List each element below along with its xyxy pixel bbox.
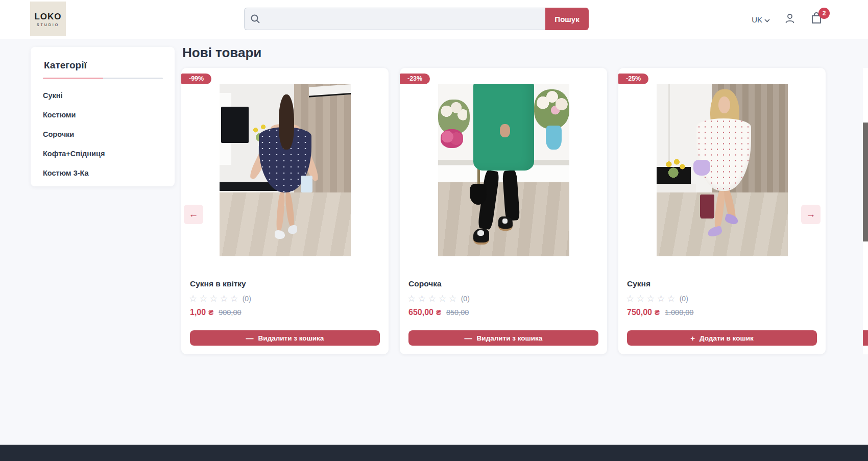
- header-actions: UK 2: [752, 0, 823, 39]
- product-image[interactable]: [220, 84, 351, 256]
- product-rating: ☆ ☆ ☆ ☆ ☆ (0): [407, 293, 470, 304]
- header: LOKO STUDIO Пошук UK: [0, 0, 868, 39]
- account-button[interactable]: [783, 13, 797, 26]
- language-label: UK: [752, 15, 762, 24]
- currency-symbol: ₴: [655, 308, 660, 317]
- next-card-button-fragment: [863, 330, 868, 346]
- sidebar-title: Категорії: [44, 60, 175, 71]
- star-icon: ☆: [667, 293, 676, 304]
- sidebar-item-sorochky[interactable]: Сорочки: [43, 130, 175, 138]
- product-title[interactable]: Сукня: [627, 279, 650, 288]
- price-row: 750,00 ₴ 1.000,00: [627, 308, 693, 317]
- sidebar-item-sukni[interactable]: Сукні: [43, 91, 175, 100]
- remove-from-cart-button[interactable]: — Видалити з кошика: [190, 330, 380, 346]
- product-rating: ☆ ☆ ☆ ☆ ☆ (0): [626, 293, 688, 304]
- plus-icon: +: [690, 334, 695, 343]
- star-icon: ☆: [418, 293, 426, 304]
- categories-sidebar: Категорії Сукні Костюми Сорочки Кофта+Сп…: [31, 47, 175, 186]
- product-image[interactable]: [657, 84, 788, 256]
- old-price: 850,00: [446, 308, 469, 317]
- add-to-cart-button[interactable]: + Додати в кошик: [627, 330, 817, 346]
- product-rating: ☆ ☆ ☆ ☆ ☆ (0): [189, 293, 251, 304]
- star-icon: ☆: [449, 293, 457, 304]
- product-title[interactable]: Сукня в квітку: [190, 279, 246, 288]
- footer: [0, 445, 868, 461]
- cart-button-label: Видалити з кошика: [477, 334, 543, 342]
- star-icon: ☆: [220, 293, 228, 304]
- language-selector[interactable]: UK: [752, 15, 770, 24]
- search-input[interactable]: [244, 8, 545, 30]
- arrow-left-icon: ←: [189, 209, 199, 220]
- discount-badge: -99%: [181, 74, 211, 84]
- cart-button[interactable]: 2: [810, 13, 823, 26]
- sidebar-item-kostyumy[interactable]: Костюми: [43, 111, 175, 119]
- carousel-next-button[interactable]: →: [801, 205, 821, 224]
- current-price: 750,00: [627, 308, 652, 317]
- star-icon: ☆: [636, 293, 644, 304]
- arrow-right-icon: →: [806, 209, 816, 220]
- cart-button-label: Видалити з кошика: [258, 334, 324, 342]
- price-row: 1,00 ₴ 900,00: [190, 308, 242, 317]
- search-button[interactable]: Пошук: [545, 8, 589, 30]
- remove-from-cart-button[interactable]: — Видалити з кошика: [408, 330, 598, 346]
- chevron-down-icon: [764, 15, 770, 24]
- currency-symbol: ₴: [436, 308, 441, 317]
- user-icon: [784, 12, 796, 27]
- star-icon: ☆: [209, 293, 218, 304]
- minus-icon: —: [465, 334, 472, 343]
- sidebar-title-underline: [43, 78, 163, 79]
- price-row: 650,00 ₴ 850,00: [408, 308, 469, 317]
- minus-icon: —: [246, 334, 254, 343]
- product-card: -25% Сукня ☆ ☆ ☆ ☆ ☆ (0) 750,00 ₴ 1.000,…: [618, 68, 826, 354]
- star-icon: ☆: [657, 293, 665, 304]
- product-title[interactable]: Сорочка: [408, 279, 442, 288]
- sidebar-item-kofta-spidnytsya[interactable]: Кофта+Спідниця: [43, 150, 175, 158]
- star-icon: ☆: [438, 293, 446, 304]
- discount-badge: -23%: [400, 74, 430, 84]
- search-bar: Пошук: [244, 8, 589, 30]
- rating-count: (0): [461, 295, 470, 303]
- page-title: Нові товари: [182, 45, 261, 61]
- old-price: 1.000,00: [665, 308, 693, 317]
- currency-symbol: ₴: [208, 308, 213, 317]
- product-card: -99% Сукня в квітку ☆ ☆ ☆ ☆ ☆ (0) 1,00 ₴…: [181, 68, 389, 354]
- logo[interactable]: LOKO STUDIO: [30, 2, 66, 36]
- star-icon: ☆: [407, 293, 416, 304]
- old-price: 900,00: [219, 308, 241, 317]
- product-card: -23% Сорочка ☆ ☆ ☆ ☆ ☆ (0) 650,00 ₴ 850,…: [400, 68, 607, 354]
- star-icon: ☆: [428, 293, 436, 304]
- cart-count-badge: 2: [818, 8, 830, 19]
- star-icon: ☆: [189, 293, 197, 304]
- rating-count: (0): [243, 295, 251, 303]
- category-list: Сукні Костюми Сорочки Кофта+Спідниця Кос…: [31, 91, 175, 177]
- star-icon: ☆: [199, 293, 207, 304]
- current-price: 650,00: [408, 308, 433, 317]
- carousel-prev-button[interactable]: ←: [184, 205, 203, 224]
- discount-badge: -25%: [618, 74, 648, 84]
- cart-button-label: Додати в кошик: [700, 334, 754, 342]
- product-image[interactable]: [438, 84, 569, 256]
- current-price: 1,00: [190, 308, 206, 317]
- star-icon: ☆: [646, 293, 655, 304]
- next-card-preview: [863, 68, 868, 354]
- logo-text: LOKO: [34, 12, 61, 22]
- sidebar-item-kostyum-3ka[interactable]: Костюм 3-Ка: [43, 169, 175, 177]
- star-icon: ☆: [230, 293, 238, 304]
- logo-subtext: STUDIO: [37, 23, 59, 27]
- rating-count: (0): [680, 295, 688, 303]
- star-icon: ☆: [626, 293, 634, 304]
- next-card-image-fragment: [863, 123, 868, 241]
- storefront-page: { "header": { "logo": { "line1": "LOKO",…: [0, 0, 868, 461]
